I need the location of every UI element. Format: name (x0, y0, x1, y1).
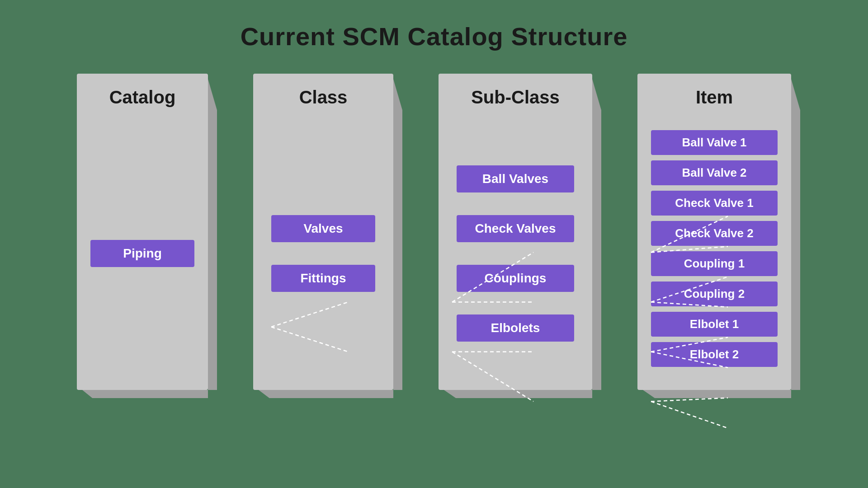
subclass-panel: Sub-Class Ball Valves Check Valves Coupl… (439, 74, 592, 390)
svg-line-12 (651, 398, 728, 402)
subclass-body: Ball Valves Check Valves Couplings Elbol… (439, 117, 592, 390)
item-check-valve-2[interactable]: Check Valve 2 (651, 221, 778, 246)
item-body: Ball Valve 1 Ball Valve 2 Check Valve 1 … (637, 117, 791, 390)
item-coupling-2[interactable]: Coupling 2 (651, 282, 778, 306)
catalog-panel-wrapper: Catalog Piping (77, 74, 208, 390)
catalog-panel: Catalog Piping (77, 74, 208, 390)
class-body: Valves Fittings (253, 117, 393, 390)
catalog-header: Catalog (77, 74, 208, 117)
class-item-fittings[interactable]: Fittings (271, 265, 375, 292)
class-panel: Class Valves Fittings (253, 74, 393, 390)
subclass-item-check-valves[interactable]: Check Valves (457, 215, 574, 242)
item-elbolet-1[interactable]: Elbolet 1 (651, 312, 778, 337)
catalog-item-piping[interactable]: Piping (90, 240, 194, 267)
item-ball-valve-1[interactable]: Ball Valve 1 (651, 130, 778, 155)
page-title: Current SCM Catalog Structure (241, 22, 628, 51)
class-panel-wrapper: Class Valves Fittings (235, 74, 393, 390)
item-elbolet-2[interactable]: Elbolet 2 (651, 342, 778, 367)
catalog-body: Piping (77, 117, 208, 390)
svg-line-13 (651, 402, 728, 428)
subclass-item-couplings[interactable]: Couplings (457, 265, 574, 292)
subclass-item-elbolets[interactable]: Elbolets (457, 314, 574, 342)
item-panel-wrapper: Item Ball Valve 1 Ball Valve 2 Check Val… (619, 74, 791, 390)
item-ball-valve-2[interactable]: Ball Valve 2 (651, 160, 778, 185)
subclass-item-ball-valves[interactable]: Ball Valves (457, 165, 574, 192)
item-panel: Item Ball Valve 1 Ball Valve 2 Check Val… (637, 74, 791, 390)
item-check-valve-1[interactable]: Check Valve 1 (651, 191, 778, 216)
class-header: Class (253, 74, 393, 117)
subclass-panel-wrapper: Sub-Class Ball Valves Check Valves Coupl… (420, 74, 592, 390)
class-item-valves[interactable]: Valves (271, 215, 375, 242)
item-coupling-1[interactable]: Coupling 1 (651, 251, 778, 276)
diagram-area: Catalog Piping Class Valves Fittings Sub… (77, 74, 791, 390)
item-header: Item (637, 74, 791, 117)
subclass-header: Sub-Class (439, 74, 592, 117)
